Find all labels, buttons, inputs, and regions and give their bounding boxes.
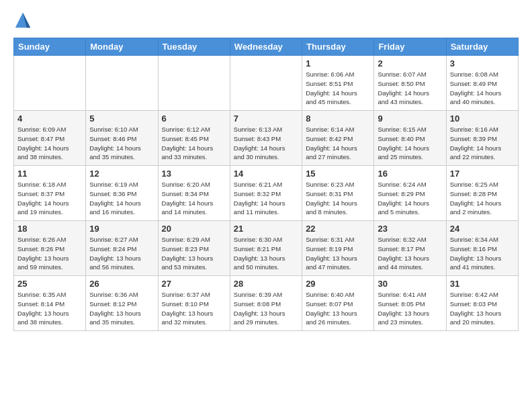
day-number: 6 bbox=[162, 113, 226, 124]
day-number: 4 bbox=[17, 113, 82, 124]
day-info: Sunrise: 6:06 AM Sunset: 8:51 PM Dayligh… bbox=[306, 70, 370, 107]
calendar-week-3: 11Sunrise: 6:18 AM Sunset: 8:37 PM Dayli… bbox=[14, 166, 519, 221]
day-number: 13 bbox=[162, 169, 226, 179]
calendar-cell: 7Sunrise: 6:13 AM Sunset: 8:43 PM Daylig… bbox=[230, 111, 302, 166]
main-container: SundayMondayTuesdayWednesdayThursdayFrid… bbox=[0, 0, 532, 338]
col-header-monday: Monday bbox=[86, 38, 158, 56]
calendar-cell: 4Sunrise: 6:09 AM Sunset: 8:47 PM Daylig… bbox=[14, 111, 86, 166]
day-number: 21 bbox=[234, 224, 298, 234]
calendar-cell: 28Sunrise: 6:39 AM Sunset: 8:08 PM Dayli… bbox=[230, 276, 302, 331]
calendar-cell: 24Sunrise: 6:34 AM Sunset: 8:16 PM Dayli… bbox=[446, 221, 518, 276]
day-info: Sunrise: 6:37 AM Sunset: 8:10 PM Dayligh… bbox=[162, 290, 226, 327]
day-number: 3 bbox=[450, 58, 515, 68]
day-info: Sunrise: 6:40 AM Sunset: 8:07 PM Dayligh… bbox=[306, 290, 370, 327]
day-number: 11 bbox=[17, 169, 82, 179]
day-number: 8 bbox=[306, 113, 370, 124]
calendar-week-2: 4Sunrise: 6:09 AM Sunset: 8:47 PM Daylig… bbox=[14, 111, 519, 166]
day-info: Sunrise: 6:19 AM Sunset: 8:36 PM Dayligh… bbox=[89, 180, 154, 217]
day-info: Sunrise: 6:36 AM Sunset: 8:12 PM Dayligh… bbox=[89, 290, 154, 327]
day-number: 23 bbox=[378, 224, 442, 234]
calendar-cell: 3Sunrise: 6:08 AM Sunset: 8:49 PM Daylig… bbox=[446, 56, 518, 111]
calendar-week-5: 25Sunrise: 6:35 AM Sunset: 8:14 PM Dayli… bbox=[14, 276, 519, 331]
calendar-cell: 2Sunrise: 6:07 AM Sunset: 8:50 PM Daylig… bbox=[374, 56, 446, 111]
calendar-cell bbox=[230, 56, 302, 111]
calendar-header-row: SundayMondayTuesdayWednesdayThursdayFrid… bbox=[14, 38, 519, 56]
calendar-cell: 18Sunrise: 6:26 AM Sunset: 8:26 PM Dayli… bbox=[14, 221, 86, 276]
calendar-cell: 5Sunrise: 6:10 AM Sunset: 8:46 PM Daylig… bbox=[86, 111, 158, 166]
day-info: Sunrise: 6:27 AM Sunset: 8:24 PM Dayligh… bbox=[89, 235, 154, 272]
day-info: Sunrise: 6:42 AM Sunset: 8:03 PM Dayligh… bbox=[450, 290, 515, 327]
day-info: Sunrise: 6:26 AM Sunset: 8:26 PM Dayligh… bbox=[17, 235, 82, 272]
day-info: Sunrise: 6:08 AM Sunset: 8:49 PM Dayligh… bbox=[450, 70, 515, 107]
day-number: 14 bbox=[234, 169, 298, 179]
day-info: Sunrise: 6:29 AM Sunset: 8:23 PM Dayligh… bbox=[162, 235, 226, 272]
col-header-saturday: Saturday bbox=[446, 38, 518, 56]
calendar-cell: 21Sunrise: 6:30 AM Sunset: 8:21 PM Dayli… bbox=[230, 221, 302, 276]
calendar-cell: 15Sunrise: 6:23 AM Sunset: 8:31 PM Dayli… bbox=[302, 166, 374, 221]
day-number: 5 bbox=[89, 113, 154, 124]
calendar-cell: 6Sunrise: 6:12 AM Sunset: 8:45 PM Daylig… bbox=[158, 111, 230, 166]
calendar-cell: 25Sunrise: 6:35 AM Sunset: 8:14 PM Dayli… bbox=[14, 276, 86, 331]
day-number: 20 bbox=[162, 224, 226, 234]
logo-icon bbox=[13, 11, 32, 30]
day-number: 27 bbox=[162, 279, 226, 289]
calendar-cell: 26Sunrise: 6:36 AM Sunset: 8:12 PM Dayli… bbox=[86, 276, 158, 331]
calendar-week-1: 1Sunrise: 6:06 AM Sunset: 8:51 PM Daylig… bbox=[14, 56, 519, 111]
day-number: 9 bbox=[378, 113, 442, 124]
calendar-table: SundayMondayTuesdayWednesdayThursdayFrid… bbox=[13, 38, 519, 331]
header bbox=[13, 11, 519, 30]
day-info: Sunrise: 6:16 AM Sunset: 8:39 PM Dayligh… bbox=[450, 125, 515, 162]
day-info: Sunrise: 6:12 AM Sunset: 8:45 PM Dayligh… bbox=[162, 125, 226, 162]
day-info: Sunrise: 6:30 AM Sunset: 8:21 PM Dayligh… bbox=[234, 235, 298, 272]
day-number: 26 bbox=[89, 279, 154, 289]
day-number: 2 bbox=[378, 58, 442, 68]
calendar-cell: 8Sunrise: 6:14 AM Sunset: 8:42 PM Daylig… bbox=[302, 111, 374, 166]
calendar-cell bbox=[86, 56, 158, 111]
day-number: 12 bbox=[89, 169, 154, 179]
col-header-friday: Friday bbox=[374, 38, 446, 56]
calendar-cell: 12Sunrise: 6:19 AM Sunset: 8:36 PM Dayli… bbox=[86, 166, 158, 221]
calendar-cell: 11Sunrise: 6:18 AM Sunset: 8:37 PM Dayli… bbox=[14, 166, 86, 221]
day-number: 28 bbox=[234, 279, 298, 289]
day-info: Sunrise: 6:31 AM Sunset: 8:19 PM Dayligh… bbox=[306, 235, 370, 272]
day-info: Sunrise: 6:35 AM Sunset: 8:14 PM Dayligh… bbox=[17, 290, 82, 327]
day-info: Sunrise: 6:14 AM Sunset: 8:42 PM Dayligh… bbox=[306, 125, 370, 162]
day-info: Sunrise: 6:25 AM Sunset: 8:28 PM Dayligh… bbox=[450, 180, 515, 217]
day-info: Sunrise: 6:20 AM Sunset: 8:34 PM Dayligh… bbox=[162, 180, 226, 217]
calendar-cell bbox=[14, 56, 86, 111]
col-header-sunday: Sunday bbox=[14, 38, 86, 56]
day-number: 25 bbox=[17, 279, 82, 289]
col-header-tuesday: Tuesday bbox=[158, 38, 230, 56]
calendar-cell: 31Sunrise: 6:42 AM Sunset: 8:03 PM Dayli… bbox=[446, 276, 518, 331]
calendar-cell: 29Sunrise: 6:40 AM Sunset: 8:07 PM Dayli… bbox=[302, 276, 374, 331]
day-info: Sunrise: 6:41 AM Sunset: 8:05 PM Dayligh… bbox=[378, 290, 442, 327]
day-number: 19 bbox=[89, 224, 154, 234]
day-number: 29 bbox=[306, 279, 370, 289]
calendar-cell: 1Sunrise: 6:06 AM Sunset: 8:51 PM Daylig… bbox=[302, 56, 374, 111]
day-number: 10 bbox=[450, 113, 515, 124]
day-number: 22 bbox=[306, 224, 370, 234]
day-number: 1 bbox=[306, 58, 370, 68]
calendar-cell: 14Sunrise: 6:21 AM Sunset: 8:32 PM Dayli… bbox=[230, 166, 302, 221]
day-info: Sunrise: 6:21 AM Sunset: 8:32 PM Dayligh… bbox=[234, 180, 298, 217]
calendar-cell: 10Sunrise: 6:16 AM Sunset: 8:39 PM Dayli… bbox=[446, 111, 518, 166]
calendar-cell: 22Sunrise: 6:31 AM Sunset: 8:19 PM Dayli… bbox=[302, 221, 374, 276]
calendar-cell: 19Sunrise: 6:27 AM Sunset: 8:24 PM Dayli… bbox=[86, 221, 158, 276]
day-info: Sunrise: 6:18 AM Sunset: 8:37 PM Dayligh… bbox=[17, 180, 82, 217]
col-header-wednesday: Wednesday bbox=[230, 38, 302, 56]
calendar-cell: 30Sunrise: 6:41 AM Sunset: 8:05 PM Dayli… bbox=[374, 276, 446, 331]
calendar-cell: 16Sunrise: 6:24 AM Sunset: 8:29 PM Dayli… bbox=[374, 166, 446, 221]
day-number: 7 bbox=[234, 113, 298, 124]
day-number: 24 bbox=[450, 224, 515, 234]
day-info: Sunrise: 6:23 AM Sunset: 8:31 PM Dayligh… bbox=[306, 180, 370, 217]
day-info: Sunrise: 6:07 AM Sunset: 8:50 PM Dayligh… bbox=[378, 70, 442, 107]
calendar-cell: 17Sunrise: 6:25 AM Sunset: 8:28 PM Dayli… bbox=[446, 166, 518, 221]
day-number: 16 bbox=[378, 169, 442, 179]
col-header-thursday: Thursday bbox=[302, 38, 374, 56]
day-number: 31 bbox=[450, 279, 515, 289]
day-info: Sunrise: 6:32 AM Sunset: 8:17 PM Dayligh… bbox=[378, 235, 442, 272]
calendar-week-4: 18Sunrise: 6:26 AM Sunset: 8:26 PM Dayli… bbox=[14, 221, 519, 276]
calendar-cell: 23Sunrise: 6:32 AM Sunset: 8:17 PM Dayli… bbox=[374, 221, 446, 276]
day-info: Sunrise: 6:39 AM Sunset: 8:08 PM Dayligh… bbox=[234, 290, 298, 327]
calendar-cell: 27Sunrise: 6:37 AM Sunset: 8:10 PM Dayli… bbox=[158, 276, 230, 331]
